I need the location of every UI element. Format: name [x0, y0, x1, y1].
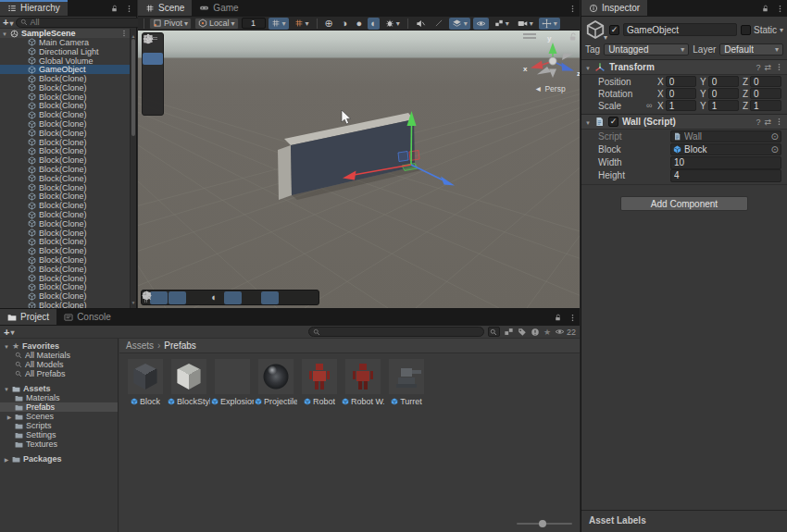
foldout-open-icon[interactable]	[4, 385, 9, 393]
scale-x-input[interactable]	[666, 100, 696, 111]
width-input[interactable]	[670, 156, 781, 169]
tab-game[interactable]: Game	[192, 0, 245, 16]
hierarchy-item[interactable]: Block(Clone)	[0, 238, 130, 247]
project-search-input[interactable]	[322, 328, 480, 337]
shaded-mode-button[interactable]	[322, 18, 336, 30]
orientation-gizmo-overlay[interactable]: y x z ◄Persp	[523, 33, 580, 93]
scene-root-row[interactable]: SampleScene	[0, 29, 130, 38]
effects-dropdown-button[interactable]	[382, 18, 403, 30]
prefab-item[interactable]: Robot W...	[344, 359, 381, 406]
slider-thumb[interactable]	[539, 520, 546, 527]
hierarchy-item[interactable]: Block(Clone)	[0, 201, 130, 210]
gizmo-lock-icon[interactable]	[570, 33, 575, 40]
wireframe-mode-button[interactable]	[339, 18, 351, 30]
component-enabled-checkbox[interactable]	[608, 117, 618, 127]
rotate-tool-button[interactable]	[143, 65, 163, 77]
transform-tool-button[interactable]	[143, 101, 163, 113]
hierarchy-scrollbar[interactable]	[130, 29, 136, 308]
foldout-closed-icon[interactable]	[4, 455, 9, 464]
project-search[interactable]	[308, 327, 484, 337]
tab-hierarchy[interactable]: Hierarchy	[0, 0, 68, 16]
snap-increment-input[interactable]	[242, 18, 266, 29]
kebab-menu-icon[interactable]	[120, 30, 128, 37]
help-icon[interactable]	[756, 63, 760, 72]
kebab-menu-icon[interactable]	[775, 118, 783, 126]
position-y-input[interactable]	[708, 76, 739, 87]
hierarchy-item[interactable]: Block(Clone)	[0, 283, 130, 292]
kebab-menu-icon[interactable]	[125, 5, 133, 13]
kebab-menu-icon[interactable]	[568, 314, 577, 322]
scrollbar-thumb[interactable]	[131, 39, 135, 136]
folder-item[interactable]: Scenes	[0, 412, 118, 421]
prefab-item[interactable]: Turret	[388, 359, 425, 406]
grid-visibility-button[interactable]	[269, 18, 289, 30]
hierarchy-item[interactable]: Main Camera	[0, 38, 130, 47]
lighting-toggle-button[interactable]	[353, 18, 365, 30]
scale-z-input[interactable]	[750, 100, 781, 111]
hierarchy-item[interactable]: Block(Clone)	[0, 301, 130, 308]
folder-item[interactable]: Prefabs	[0, 402, 118, 412]
grid-overlay-button[interactable]	[187, 291, 205, 304]
folder-item[interactable]: Scripts	[0, 421, 118, 430]
transform-component-header[interactable]: Transform	[581, 59, 787, 75]
object-picker-icon[interactable]	[771, 132, 779, 142]
kebab-menu-icon[interactable]	[776, 5, 784, 13]
particles-toggle-button[interactable]	[431, 18, 446, 30]
rect-tool-button[interactable]	[143, 89, 163, 101]
move-overlay-button[interactable]	[150, 291, 168, 304]
package-filter-icon[interactable]	[504, 327, 514, 337]
hierarchy-item[interactable]: Block(Clone)	[0, 246, 130, 255]
search-by-type-icon[interactable]	[488, 327, 500, 337]
object-picker-icon[interactable]	[771, 145, 779, 155]
foldout-open-icon[interactable]	[585, 63, 591, 72]
prefab-overlay-button[interactable]	[280, 291, 297, 304]
search-overlay-button[interactable]	[243, 291, 260, 304]
rotation-z-input[interactable]	[750, 88, 781, 99]
scene-viewport[interactable]: y x z ◄Persp	[138, 31, 580, 308]
hierarchy-item[interactable]: Block(Clone)	[0, 102, 130, 111]
prefab-item[interactable]: Projectile	[257, 359, 294, 406]
thumbnail-size-slider[interactable]	[517, 519, 572, 528]
position-z-input[interactable]	[750, 76, 781, 87]
hierarchy-item[interactable]: Block(Clone)	[0, 129, 130, 138]
tab-console[interactable]: Console	[56, 309, 119, 325]
tab-scene[interactable]: Scene	[138, 0, 192, 16]
hierarchy-item[interactable]: Block(Clone)	[0, 274, 130, 283]
hierarchy-item[interactable]: Block(Clone)	[0, 147, 130, 156]
gizmo-drag-handle[interactable]	[523, 34, 536, 38]
orientation-toggle-button[interactable]: Local	[194, 18, 239, 30]
hierarchy-item[interactable]: GameObject	[0, 65, 130, 74]
gizmo-axis-z[interactable]	[562, 63, 575, 71]
alert-filter-icon[interactable]	[531, 328, 540, 337]
hierarchy-item[interactable]: Block(Clone)	[0, 119, 130, 129]
paint-tool-button[interactable]	[224, 291, 242, 304]
rotation-x-input[interactable]	[666, 88, 696, 99]
active-checkbox[interactable]	[609, 25, 619, 35]
static-dropdown-icon[interactable]	[780, 25, 783, 34]
label-filter-icon[interactable]	[518, 328, 527, 337]
view-sliders-button[interactable]	[169, 291, 186, 304]
kebab-menu-icon[interactable]	[568, 5, 577, 13]
hierarchy-item[interactable]: Block(Clone)	[0, 155, 130, 165]
hierarchy-search-input[interactable]	[30, 18, 138, 27]
scale-y-input[interactable]	[708, 100, 739, 111]
height-input[interactable]	[670, 169, 781, 182]
asset-labels-section[interactable]: Asset Labels	[581, 510, 787, 532]
prefab-item[interactable]: BlockStyle	[170, 359, 207, 406]
camera-dropdown-button[interactable]	[515, 18, 536, 30]
gameobject-name-input[interactable]	[623, 23, 737, 36]
tag-dropdown[interactable]: Untagged	[604, 43, 689, 56]
favorite-search-item[interactable]: All Models	[0, 360, 118, 369]
lock-icon[interactable]	[554, 314, 562, 322]
position-x-input[interactable]	[666, 76, 696, 87]
hierarchy-item[interactable]: Block(Clone)	[0, 229, 130, 238]
kebab-menu-icon[interactable]	[775, 63, 783, 71]
lock-icon[interactable]	[110, 5, 119, 13]
create-asset-button[interactable]: +	[4, 327, 14, 338]
hierarchy-item[interactable]: Block(Clone)	[0, 291, 130, 301]
hierarchy-item[interactable]: Block(Clone)	[0, 265, 130, 274]
constrain-proportions-icon[interactable]	[646, 101, 657, 110]
audio-mute-button[interactable]	[413, 18, 429, 30]
pivot-toggle-button[interactable]: Pivot	[149, 18, 192, 30]
folder-item[interactable]: Textures	[0, 439, 118, 449]
